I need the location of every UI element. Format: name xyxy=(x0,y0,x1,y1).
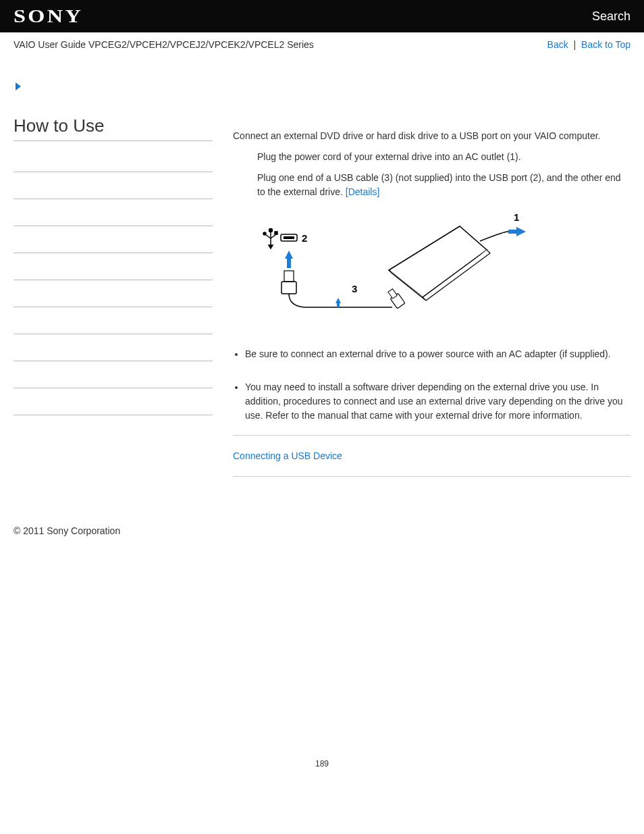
intro-text: Connect an external DVD drive or hard di… xyxy=(233,129,630,143)
svg-rect-11 xyxy=(284,271,294,282)
breadcrumb-bar: VAIO User Guide VPCEG2/VPCEH2/VPCEJ2/VPC… xyxy=(0,32,644,54)
label-1: 1 xyxy=(514,211,519,223)
divider xyxy=(233,476,630,477)
notes-section: Be sure to connect an external drive to … xyxy=(233,347,630,423)
sidebar-item[interactable] xyxy=(14,307,213,334)
svg-line-2 xyxy=(265,234,271,238)
sidebar-item[interactable] xyxy=(14,361,213,388)
svg-rect-18 xyxy=(508,230,516,234)
chevron-right-icon[interactable] xyxy=(14,81,24,95)
label-3: 3 xyxy=(352,283,357,294)
svg-rect-5 xyxy=(275,232,277,234)
connection-diagram: 2 3 xyxy=(257,206,630,336)
content: How to Use Connect an external DVD drive… xyxy=(0,54,644,492)
note-2: You may need to install a software drive… xyxy=(245,380,630,423)
guide-title: VAIO User Guide VPCEG2/VPCEH2/VPCEJ2/VPC… xyxy=(14,39,314,50)
svg-rect-12 xyxy=(281,282,296,294)
back-to-top-link[interactable]: Back to Top xyxy=(581,39,630,50)
sidebar-title: How to Use xyxy=(14,115,213,141)
main-content: Connect an external DVD drive or hard di… xyxy=(233,115,630,492)
label-2: 2 xyxy=(302,232,307,244)
svg-point-3 xyxy=(263,232,266,235)
svg-rect-10 xyxy=(287,259,291,268)
details-link[interactable]: [Details] xyxy=(346,186,380,197)
back-link[interactable]: Back xyxy=(547,39,568,50)
search-link[interactable]: Search xyxy=(592,9,630,24)
step-2: Plug one end of a USB cable (3) (not sup… xyxy=(233,171,630,199)
svg-line-4 xyxy=(271,234,276,238)
sidebar-item[interactable] xyxy=(14,145,213,172)
sidebar: How to Use xyxy=(14,115,213,492)
copyright: © 2011 Sony Corporation xyxy=(0,492,644,536)
separator: | xyxy=(574,39,576,50)
sidebar-item[interactable] xyxy=(14,172,213,199)
step-1: Plug the power cord of your external dri… xyxy=(233,150,630,164)
svg-rect-8 xyxy=(284,236,294,239)
related-topic-link[interactable]: Connecting a USB Device xyxy=(233,450,342,461)
svg-marker-13 xyxy=(336,298,341,303)
svg-rect-14 xyxy=(337,303,340,307)
note-1: Be sure to connect an external drive to … xyxy=(245,347,630,361)
sidebar-item[interactable] xyxy=(14,226,213,253)
sony-logo: SONY xyxy=(14,5,83,27)
svg-point-1 xyxy=(269,229,273,232)
sidebar-item[interactable] xyxy=(14,280,213,307)
header-bar: SONY Search xyxy=(0,0,644,32)
svg-marker-17 xyxy=(516,227,526,236)
divider xyxy=(233,435,630,436)
page-number: 189 xyxy=(0,759,644,789)
nav-links: Back | Back to Top xyxy=(547,39,630,50)
svg-marker-6 xyxy=(269,245,273,249)
sidebar-item[interactable] xyxy=(14,334,213,361)
sidebar-item[interactable] xyxy=(14,199,213,226)
svg-marker-9 xyxy=(285,251,293,259)
step-2-text: Plug one end of a USB cable (3) (not sup… xyxy=(257,172,621,197)
sidebar-item[interactable] xyxy=(14,253,213,280)
sidebar-item[interactable] xyxy=(14,388,213,415)
